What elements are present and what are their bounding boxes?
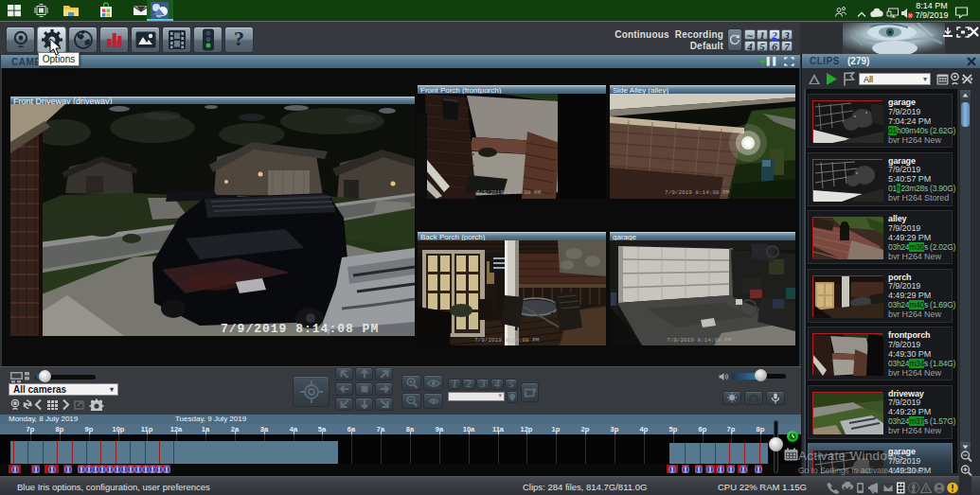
svg-text:7/9/2019 8:14:08 PM: 7/9/2019 8:14:08 PM bbox=[474, 337, 540, 344]
svg-text:7/9/2019 8:14:08 PM: 7/9/2019 8:14:08 PM bbox=[667, 337, 732, 344]
svg-text:7/9/2019 8:14:08 PM: 7/9/2019 8:14:08 PM bbox=[476, 189, 542, 196]
svg-text:7/9/2019 8:14:08 PM: 7/9/2019 8:14:08 PM bbox=[665, 189, 730, 196]
svg-text:7/9/2019 8:14:08 PM: 7/9/2019 8:14:08 PM bbox=[221, 322, 379, 336]
